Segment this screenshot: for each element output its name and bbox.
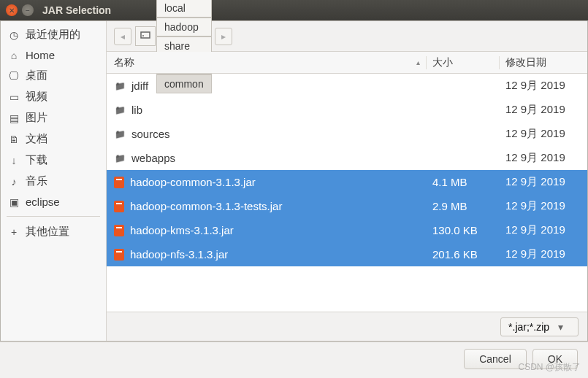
clock-icon: ◷ (8, 29, 20, 41)
sidebar-item-image[interactable]: ▤图片 (1, 107, 106, 128)
file-date: 12 9月 2019 (500, 247, 587, 261)
file-size: 2.9 MB (427, 200, 500, 212)
column-headers: 名称 ▴ 大小 修改日期 (107, 52, 587, 74)
file-name: jdiff (131, 80, 148, 92)
sidebar-item-label: 桌面 (26, 69, 47, 82)
sidebar-item-music[interactable]: ♪音乐 (1, 171, 106, 192)
sidebar-other-locations[interactable]: + 其他位置 (1, 221, 106, 242)
jar-icon (114, 201, 124, 212)
places-sidebar: ◷最近使用的⌂Home🖵桌面▭视频▤图片🗎文档↓下载♪音乐▣eclipse + … (1, 21, 107, 341)
file-date: 12 9月 2019 (500, 151, 587, 165)
video-icon: ▭ (8, 91, 20, 103)
file-date: 12 9月 2019 (500, 223, 587, 237)
file-row[interactable]: jdiff12 9月 2019 (107, 74, 587, 98)
sidebar-item-label: 下载 (26, 153, 47, 167)
jar-icon (114, 225, 124, 236)
sidebar-item-label: 视频 (26, 90, 47, 104)
sidebar-item-document[interactable]: 🗎文档 (1, 128, 106, 150)
file-name: webapps (131, 152, 175, 164)
file-date: 12 9月 2019 (500, 127, 587, 141)
file-list[interactable]: jdiff12 9月 2019lib12 9月 2019sources12 9月… (107, 74, 587, 312)
folder-icon (114, 153, 126, 164)
window-controls: ✕ − (6, 4, 34, 16)
file-row[interactable]: lib12 9月 2019 (107, 98, 587, 122)
file-date: 12 9月 2019 (500, 79, 587, 93)
close-icon[interactable]: ✕ (6, 4, 18, 16)
breadcrumb-segment[interactable]: local (156, 0, 212, 18)
image-icon: ▤ (8, 112, 20, 124)
dialog-content: ◷最近使用的⌂Home🖵桌面▭视频▤图片🗎文档↓下载♪音乐▣eclipse + … (0, 20, 588, 342)
file-row[interactable]: sources12 9月 2019 (107, 122, 587, 146)
sidebar-item-desktop[interactable]: 🖵桌面 (1, 65, 106, 86)
file-name: hadoop-kms-3.1.3.jar (130, 224, 234, 236)
file-date: 12 9月 2019 (500, 103, 587, 117)
sidebar-item-label: 图片 (26, 111, 47, 125)
sidebar-item-label: 最近使用的 (26, 28, 80, 42)
file-row[interactable]: hadoop-kms-3.1.3.jar130.0 KB12 9月 2019 (107, 218, 587, 242)
file-size: 130.0 KB (427, 224, 500, 236)
sidebar-item-label: eclipse (26, 196, 60, 208)
file-row[interactable]: hadoop-common-3.1.3-tests.jar2.9 MB12 9月… (107, 194, 587, 218)
breadcrumb-segment[interactable]: hadoop (156, 18, 212, 36)
plus-icon: + (8, 226, 20, 238)
document-icon: 🗎 (8, 134, 20, 145)
drive-icon (140, 30, 150, 40)
sidebar-divider (7, 216, 100, 217)
window-title: JAR Selection (42, 4, 111, 16)
sidebar-item-video[interactable]: ▭视频 (1, 86, 106, 107)
cancel-button[interactable]: Cancel (464, 349, 527, 369)
filter-bar: *.jar;*.zip (107, 312, 587, 341)
file-date: 12 9月 2019 (500, 199, 587, 213)
folder-icon (114, 104, 126, 116)
sidebar-item-label: Home (26, 49, 55, 61)
folder-icon: ▣ (8, 196, 20, 208)
svg-point-1 (142, 35, 144, 36)
main-panel: ◂ usrlocalhadoopsharehadoopcommon ▸ 名称 ▴… (107, 21, 587, 341)
file-date: 12 9月 2019 (500, 175, 587, 189)
dialog-buttons: Cancel OK (0, 342, 588, 375)
file-name: lib (131, 104, 142, 116)
column-header-name[interactable]: 名称 ▴ (107, 56, 427, 69)
file-row[interactable]: hadoop-common-3.1.3.jar4.1 MB12 9月 2019 (107, 170, 587, 194)
jar-icon (114, 177, 124, 188)
download-icon: ↓ (8, 155, 20, 166)
svg-rect-0 (141, 32, 150, 38)
column-header-size[interactable]: 大小 (427, 56, 500, 69)
file-size: 4.1 MB (427, 176, 500, 188)
desktop-icon: 🖵 (8, 70, 20, 82)
sidebar-item-clock[interactable]: ◷最近使用的 (1, 24, 106, 45)
sidebar-item-folder[interactable]: ▣eclipse (1, 192, 106, 212)
folder-icon (114, 128, 126, 140)
file-name: hadoop-nfs-3.1.3.jar (130, 248, 228, 261)
home-icon: ⌂ (8, 50, 20, 61)
file-size: 201.6 KB (427, 248, 500, 261)
breadcrumb-root[interactable] (135, 26, 156, 46)
sidebar-item-label: 文档 (26, 132, 47, 146)
sidebar-item-home[interactable]: ⌂Home (1, 45, 106, 65)
sidebar-item-download[interactable]: ↓下载 (1, 150, 106, 171)
minimize-icon[interactable]: − (22, 4, 34, 16)
jar-icon (114, 249, 124, 261)
breadcrumb-bar: ◂ usrlocalhadoopsharehadoopcommon ▸ (107, 21, 587, 52)
ok-button[interactable]: OK (532, 349, 578, 369)
nav-forward-button[interactable]: ▸ (215, 28, 232, 45)
file-filter-select[interactable]: *.jar;*.zip (500, 317, 579, 336)
file-row[interactable]: hadoop-nfs-3.1.3.jar201.6 KB12 9月 2019 (107, 242, 587, 266)
folder-icon (114, 80, 126, 92)
sort-indicator-icon: ▴ (416, 58, 420, 66)
titlebar: ✕ − JAR Selection (0, 0, 588, 20)
file-name: hadoop-common-3.1.3-tests.jar (130, 200, 282, 212)
sidebar-item-label: 其他位置 (26, 225, 69, 239)
sidebar-item-label: 音乐 (26, 174, 47, 188)
music-icon: ♪ (8, 176, 20, 188)
file-row[interactable]: webapps12 9月 2019 (107, 146, 587, 170)
file-name: hadoop-common-3.1.3.jar (130, 176, 256, 188)
column-header-date[interactable]: 修改日期 (500, 56, 587, 69)
nav-back-button[interactable]: ◂ (114, 28, 131, 45)
file-name: sources (131, 128, 170, 140)
